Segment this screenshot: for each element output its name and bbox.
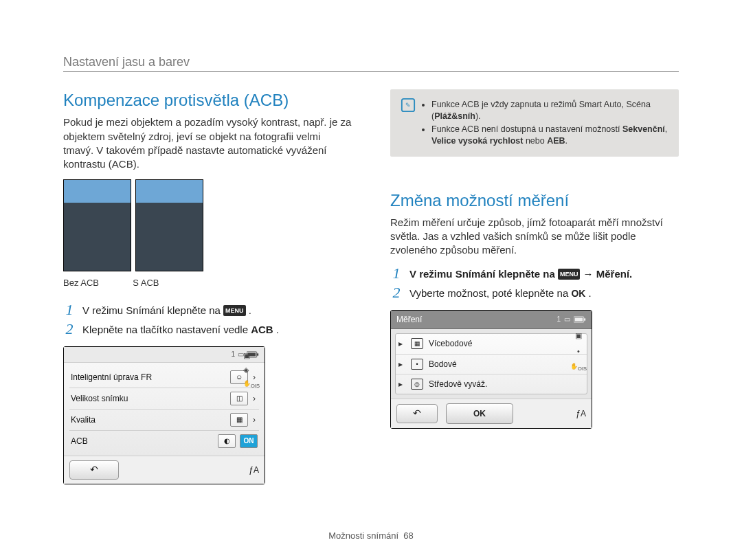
step1-text-pre: V režimu Snímání klepněte na: [409, 268, 558, 280]
manual-page: Nastavení jasu a barev Kompenzace protis…: [0, 0, 742, 560]
note-text: nebo: [523, 136, 547, 146]
metering-option-multi[interactable]: ▸ ▦ Vícebodové: [396, 334, 587, 354]
setting-icon: ◫: [230, 392, 248, 405]
setting-label: Velikost snímku: [71, 393, 226, 404]
center-metering-icon: ◎: [411, 379, 423, 390]
ois-icon: ✋OIS: [243, 379, 260, 390]
step-number-1: 1: [63, 302, 76, 317]
single-shot-icon: ▣: [575, 331, 582, 341]
photo-without-acb: [63, 179, 131, 271]
step2-text-pre: Vyberte možnost, poté klepněte na: [409, 287, 571, 299]
paragraph-acb: Pokud je mezi objektem a pozadím vysoký …: [63, 115, 352, 171]
metering-option-center[interactable]: ▸ ◎ Středově vyváž.: [396, 374, 587, 394]
menu-icon: MENU: [223, 305, 246, 316]
metering-icon: •: [577, 346, 580, 357]
note-bold: Pláž&sníh: [434, 111, 475, 121]
right-step-1: 1 V režimu Snímání klepněte na MENU → Mě…: [390, 266, 679, 281]
chevron-right-icon: ›: [251, 414, 258, 425]
setting-label: Kvalita: [71, 414, 226, 425]
svg-text:✎: ✎: [405, 102, 411, 109]
setting-row-quality[interactable]: Kvalita ▦ ›: [69, 410, 259, 431]
right-column: ✎ Funkce ACB je vždy zapnuta u režimů Sm…: [390, 89, 679, 484]
card-icon: ▭: [564, 315, 570, 324]
step-number-2: 2: [390, 285, 403, 300]
step2-text-post: .: [589, 287, 592, 299]
setting-icon: ▦: [230, 413, 248, 427]
left-step-2: 2 Klepněte na tlačítko nastavení vedle A…: [63, 322, 352, 337]
caption-without-acb: Bez ACB: [63, 277, 130, 289]
acb-icon: ◐: [218, 434, 236, 448]
divider: [63, 71, 679, 72]
left-step-1: 1 V režimu Snímání klepněte na MENU .: [63, 302, 352, 317]
step1-text-pre: V režimu Snímání klepněte na: [82, 304, 223, 316]
metering-option-spot[interactable]: ▸ • Bodové: [396, 355, 587, 374]
setting-label: ACB: [71, 436, 214, 447]
breadcrumb: Nastavení jasu a barev: [63, 54, 190, 70]
flash-indicator: ƒA: [249, 464, 259, 475]
info-icon: ✎: [400, 98, 416, 113]
arrow-right-icon: →: [583, 268, 596, 280]
multi-metering-icon: ▦: [411, 338, 423, 349]
note-bold: Velice vysoká rychlost: [431, 136, 523, 146]
flash-indicator: ƒA: [576, 408, 586, 419]
page-indicator: 1: [556, 315, 561, 324]
step1-post: .: [629, 268, 632, 280]
setting-row-acb[interactable]: ACB ◐ ON: [69, 431, 259, 451]
note-text: ,: [665, 124, 667, 134]
option-label: Středově vyváž.: [429, 379, 487, 390]
setting-row-image-size[interactable]: Velikost snímku ◫ ›: [69, 388, 259, 410]
selection-indicator: ▸: [398, 379, 405, 390]
menu-icon: MENU: [558, 269, 581, 280]
note-item-1: Funkce ACB je vždy zapnuta u režimů Smar…: [431, 99, 669, 122]
selection-indicator: ▸: [398, 338, 405, 349]
setting-label: Inteligentní úprava FR: [71, 372, 226, 383]
camera-settings-panel-left: . 1 ▭ Inteligentní úprava FR ☺ ›: [63, 346, 265, 484]
example-photos: [63, 179, 352, 271]
footer-page-number: 68: [403, 530, 413, 541]
note-text: Funkce ACB není dostupná u nastavení mož…: [431, 124, 622, 134]
camera-metering-panel: Měření 1 ▭ ▸ ▦ Vícebod: [390, 310, 592, 429]
metering-icon: ◈: [243, 365, 260, 375]
ois-icon: ✋OIS: [570, 362, 587, 372]
heading-acb: Kompenzace protisvětla (ACB): [63, 89, 352, 111]
step2-text-post: .: [276, 324, 279, 335]
option-label: Vícebodové: [429, 338, 472, 349]
battery-icon: [574, 315, 586, 324]
caption-with-acb: S ACB: [133, 277, 199, 289]
note-box: ✎ Funkce ACB je vždy zapnuta u režimů Sm…: [390, 89, 679, 157]
note-bold: AEB: [547, 136, 565, 146]
step-number-2: 2: [63, 322, 76, 337]
heading-metering: Změna možností měření: [390, 190, 679, 212]
paragraph-metering: Režim měření určuje způsob, jímž fotoapa…: [390, 216, 679, 258]
note-text: .: [565, 136, 567, 146]
step1-text-post: .: [249, 304, 251, 316]
svg-rect-6: [584, 319, 585, 321]
footer-section: Možnosti snímání: [328, 530, 398, 541]
setting-row-smart-fr[interactable]: Inteligentní úprava FR ☺ ›: [69, 367, 259, 388]
step2-text-pre: Klepněte na tlačítko nastavení vedle: [82, 324, 251, 335]
ok-button[interactable]: OK: [446, 403, 513, 424]
left-column: Kompenzace protisvětla (ACB) Pokud je me…: [63, 89, 352, 484]
step1-bold: Měření: [596, 268, 629, 280]
ok-icon: OK: [571, 288, 585, 299]
svg-rect-7: [575, 318, 583, 322]
back-button[interactable]: ↶: [69, 460, 119, 480]
page-footer: Možnosti snímání 68: [0, 530, 742, 542]
right-step-2: 2 Vyberte možnost, poté klepněte na OK .: [390, 285, 679, 300]
note-item-2: Funkce ACB není dostupná u nastavení mož…: [431, 124, 669, 147]
chevron-right-icon: ›: [251, 393, 258, 404]
option-label: Bodové: [429, 359, 457, 370]
photo-with-acb: [135, 179, 203, 271]
note-bold: Sekvenční: [622, 124, 665, 134]
back-button[interactable]: ↶: [396, 404, 438, 423]
acb-toggle-on[interactable]: ON: [240, 434, 258, 448]
spot-metering-icon: •: [411, 359, 423, 370]
single-shot-icon: ▣: [243, 350, 260, 361]
selection-indicator: ▸: [398, 359, 405, 370]
note-text: ).: [475, 111, 481, 121]
page-indicator: 1: [231, 350, 235, 359]
panel-title: Měření: [396, 314, 422, 325]
step-number-1: 1: [390, 266, 403, 281]
step2-text-bold: ACB: [251, 324, 273, 335]
